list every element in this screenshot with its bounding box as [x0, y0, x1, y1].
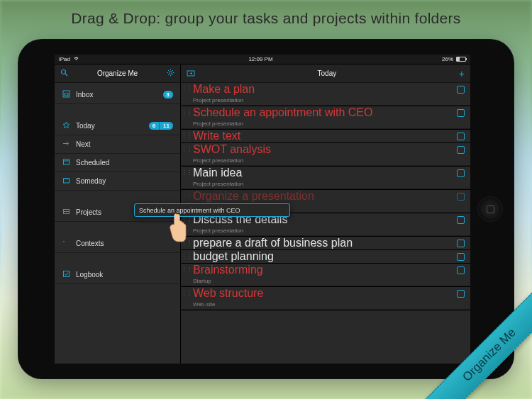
task-list: ⋮⋮⋮ Make a plan Project presentation ⋮⋮⋮…	[181, 83, 470, 364]
svg-line-8	[172, 74, 173, 75]
svg-rect-13	[63, 159, 69, 164]
sidebar-item-next[interactable]: Next	[55, 135, 180, 154]
arrow-icon	[62, 140, 70, 149]
task-title: Brainstorming	[191, 264, 457, 276]
task-checkbox[interactable]	[457, 266, 465, 274]
grip-icon[interactable]: ⋮⋮⋮	[181, 253, 191, 260]
task-group[interactable]: ⋮⋮⋮ Make a plan Project presentation	[181, 83, 470, 106]
sidebar-item-contexts[interactable]: " Contexts	[55, 235, 180, 253]
home-icon	[487, 206, 494, 213]
sidebar-item-label: Logbook	[76, 271, 173, 279]
task-title: Web structure	[191, 287, 457, 300]
grip-icon[interactable]: ⋮⋮⋮	[181, 266, 191, 274]
task-subtitle: Project presentation	[181, 227, 465, 234]
sidebar-item-scheduled[interactable]: Scheduled	[55, 154, 180, 172]
task-checkbox[interactable]	[457, 133, 465, 140]
svg-point-2	[170, 72, 172, 74]
task-title: Write text	[191, 130, 457, 142]
task-checkbox[interactable]	[457, 86, 465, 94]
status-time: 12:09 PM	[79, 56, 442, 62]
sidebar-title: Organize Me	[68, 69, 167, 77]
task-title: SWOT analysis	[191, 143, 457, 156]
page-headline: Drag & Drop: group your tasks and projec…	[0, 10, 532, 27]
task-group[interactable]: ⋮⋮⋮ Brainstorming Startup	[181, 264, 470, 287]
folder-icon	[62, 208, 70, 217]
sidebar-item-label: Contexts	[76, 240, 173, 247]
task-title: prepare a draft of business plan	[191, 237, 457, 249]
task-subtitle: Project presentation	[181, 181, 465, 187]
task-subtitle: Project presentation	[181, 120, 465, 127]
task-checkbox[interactable]	[457, 193, 465, 201]
svg-line-7	[168, 70, 169, 71]
grip-icon[interactable]: ⋮⋮⋮	[181, 133, 191, 140]
task-subtitle: Startup	[181, 278, 465, 284]
badge-inbox: 3	[163, 91, 173, 99]
sidebar-item-label: Today	[76, 122, 143, 130]
task-group[interactable]: ⋮⋮⋮ budget planning	[181, 250, 470, 264]
task-checkbox[interactable]	[457, 146, 465, 154]
task-title: Make a plan	[191, 83, 457, 96]
grip-icon[interactable]: ⋮⋮⋮	[181, 109, 191, 116]
task-group[interactable]: ⋮⋮⋮ Web structure Web-site	[181, 287, 470, 310]
task-subtitle: Project presentation	[181, 97, 465, 103]
grip-icon[interactable]: ⋮⋮⋮	[181, 169, 191, 176]
task-group[interactable]: ⋮⋮⋮ Main idea Project presentation	[181, 167, 470, 190]
home-button[interactable]	[477, 196, 503, 222]
task-title: Schedule an appointment with CEO	[191, 106, 457, 119]
task-group[interactable]: ⋮⋮⋮ Write text	[181, 130, 470, 143]
star-icon	[62, 121, 70, 130]
sidebar-item-label: Scheduled	[76, 159, 173, 167]
sidebar-item-label: Someday	[76, 177, 173, 185]
task-checkbox[interactable]	[457, 240, 465, 247]
task-checkbox[interactable]	[457, 216, 465, 224]
grip-icon[interactable]: ⋮⋮⋮	[181, 193, 191, 200]
svg-rect-12	[65, 94, 68, 96]
sidebar-list: Inbox 3 Today 6 11	[55, 83, 180, 364]
svg-rect-20	[63, 271, 69, 277]
task-subtitle: Project presentation	[181, 157, 465, 164]
task-group[interactable]: ⋮⋮⋮ SWOT analysis Project presentation	[181, 143, 470, 167]
status-battery-pct: 26%	[442, 56, 453, 62]
svg-line-1	[65, 74, 67, 76]
add-task-button[interactable]: +	[459, 68, 465, 79]
svg-line-10	[172, 70, 173, 71]
task-group[interactable]: ⋮⋮⋮ Schedule an appointment with CEO Pro…	[181, 106, 470, 130]
sidebar-item-logbook[interactable]: Logbook	[55, 266, 180, 284]
task-checkbox[interactable]	[457, 169, 465, 177]
badge-today: 6 11	[149, 122, 173, 130]
task-title: Organize a presentation	[191, 190, 457, 203]
wifi-icon	[73, 56, 79, 62]
sidebar-header: Organize Me	[55, 64, 180, 83]
search-icon[interactable]	[60, 69, 68, 78]
dragging-task-label: Schedule an appointment with CEO	[139, 207, 240, 214]
tag-icon: "	[62, 239, 70, 248]
sidebar-item-someday[interactable]: Someday	[55, 172, 180, 191]
svg-rect-15	[63, 179, 69, 183]
gear-icon[interactable]	[167, 69, 174, 78]
task-group[interactable]: ⋮⋮⋮ prepare a draft of business plan	[181, 237, 470, 250]
grip-icon[interactable]: ⋮⋮⋮	[181, 146, 191, 153]
box-icon	[62, 176, 70, 186]
task-subtitle: Web-site	[181, 301, 465, 308]
inbox-icon	[62, 90, 70, 99]
status-device: iPad	[59, 56, 70, 62]
svg-point-0	[62, 70, 66, 74]
sidebar-item-label: Next	[76, 140, 173, 148]
check-icon	[62, 270, 70, 279]
dragging-task[interactable]: Schedule an appointment with CEO	[134, 203, 290, 217]
sidebar-item-today[interactable]: Today 6 11	[55, 117, 180, 135]
svg-text:": "	[63, 240, 65, 246]
main-title: Today	[195, 69, 459, 77]
task-title: Main idea	[191, 167, 457, 179]
grip-icon[interactable]: ⋮⋮⋮	[181, 86, 191, 93]
ipad-frame: iPad 12:09 PM 26% Organize Me	[18, 39, 514, 379]
grip-icon[interactable]: ⋮⋮⋮	[181, 290, 191, 297]
task-checkbox[interactable]	[457, 290, 465, 298]
new-folder-icon[interactable]	[187, 69, 195, 78]
sidebar-item-inbox[interactable]: Inbox 3	[55, 86, 180, 104]
task-checkbox[interactable]	[457, 109, 465, 117]
finger-pointer-icon	[165, 212, 189, 246]
task-checkbox[interactable]	[457, 253, 465, 261]
status-bar: iPad 12:09 PM 26%	[55, 55, 470, 64]
calendar-icon	[62, 158, 70, 167]
